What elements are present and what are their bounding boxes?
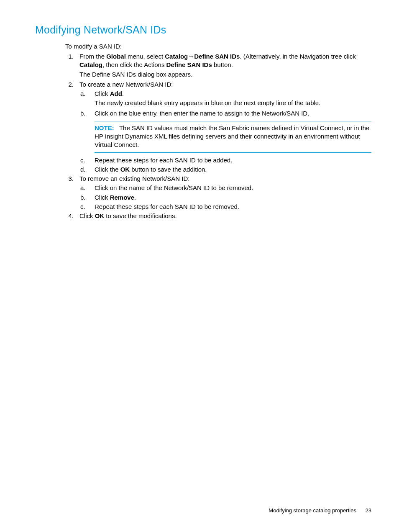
text: button to save the addition. [130,166,207,173]
substep-b: b. Click on the blue entry, then enter t… [79,109,371,156]
text: Click [79,212,95,219]
bold-text: Catalog [165,53,188,60]
bold-text: Define SAN IDs [194,53,240,60]
bold-text: Add [110,90,122,97]
text: , then click the Actions [102,61,166,68]
footer-title: Modifying storage catalog properties [269,507,356,514]
bold-text: Define SAN IDs [166,61,212,68]
step-text: To create a new Network/SAN ID: [79,80,371,89]
page: Modifying Network/SAN IDs To modify a SA… [0,0,399,532]
step-text: Click OK to save the modifications. [79,212,371,220]
text: . (Alternatively, in the Navigation tree… [240,53,356,60]
step-text: To remove an existing Network/SAN ID: [79,175,371,183]
text: Click [95,194,110,201]
substep-d: d. Click the OK button to save the addit… [79,165,371,175]
step-marker: 4. [65,212,79,221]
bold-text: Remove [110,194,134,201]
bold-text: OK [95,212,105,219]
substep-text: Click Add. [95,90,371,98]
substep-a: a. Click Add. The newly created blank en… [79,90,371,109]
substep-marker: b. [79,193,95,203]
substep-marker: c. [79,203,95,212]
bold-text: Global [106,53,126,60]
text: . [122,90,124,97]
substep-marker: a. [79,90,95,109]
substep-text: Click Remove. [95,193,371,202]
substep-text: Click on the name of the Network/SAN ID … [95,184,371,192]
step-marker: 1. [65,52,79,80]
step-4: 4. Click OK to save the modifications. [65,212,371,221]
step-result: The Define SAN IDs dialog box appears. [79,70,371,79]
substep-text: Repeat these steps for each SAN ID to be… [95,156,371,164]
substep-list: a. Click Add. The newly created blank en… [79,90,371,175]
substep-text: Repeat these steps for each SAN ID to be… [95,203,371,211]
arrow-icon: → [188,53,194,60]
bold-text: OK [120,166,130,173]
substep-marker: d. [79,165,95,175]
note-label: NOTE: [95,124,114,131]
substep-c: c. Repeat these steps for each SAN ID to… [79,203,371,212]
text: Click the [95,166,120,173]
text: Click [95,90,110,97]
substep-a: a. Click on the name of the Network/SAN … [79,184,371,193]
substep-text: Click the OK button to save the addition… [95,165,371,174]
substep-c: c. Repeat these steps for each SAN ID to… [79,156,371,165]
text: to save the modifications. [104,212,176,219]
page-footer: Modifying storage catalog properties 23 [269,507,371,514]
intro-text: To modify a SAN ID: [65,42,371,51]
section-heading: Modifying Network/SAN IDs [35,23,371,37]
text: From the [79,53,106,60]
substep-b: b. Click Remove. [79,193,371,203]
step-marker: 2. [65,80,79,175]
step-2: 2. To create a new Network/SAN ID: a. Cl… [65,80,371,175]
substep-marker: c. [79,156,95,165]
substep-text: Click on the blue entry, then enter the … [95,109,371,118]
step-marker: 3. [65,175,79,212]
step-text: From the Global menu, select Catalog→Def… [79,52,371,69]
substep-list: a. Click on the name of the Network/SAN … [79,184,371,212]
substep-result: The newly created blank entry appears in… [95,99,371,107]
text: . [134,194,136,201]
step-1: 1. From the Global menu, select Catalog→… [65,52,371,80]
substep-marker: a. [79,184,95,193]
step-3: 3. To remove an existing Network/SAN ID:… [65,175,371,212]
page-number: 23 [366,507,371,514]
substep-marker: b. [79,109,95,156]
note-text: The SAN ID values must match the San Fab… [95,124,369,149]
procedure-list: 1. From the Global menu, select Catalog→… [65,52,371,221]
note-box: NOTE: The SAN ID values must match the S… [95,121,371,153]
bold-text: Catalog [79,61,102,68]
text: button. [212,61,233,68]
text: menu, select [126,53,165,60]
